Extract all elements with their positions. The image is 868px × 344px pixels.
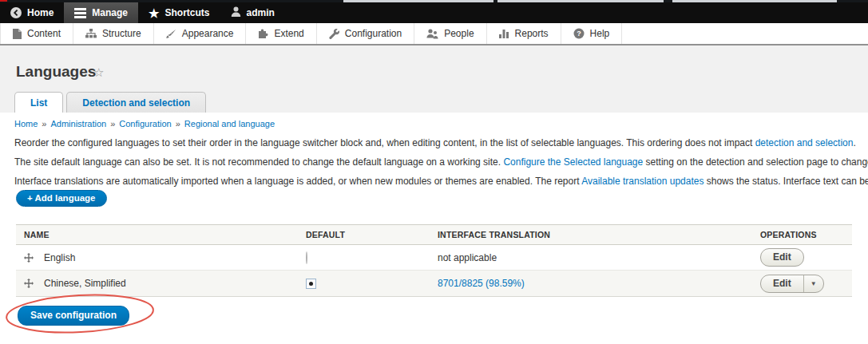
menu-item-label: Configuration (345, 28, 402, 39)
paragraph-text: Interface translations are automatically… (14, 176, 581, 187)
breadcrumb-link-administration[interactable]: Administration (50, 119, 106, 129)
language-name: Chinese, Simplified (44, 278, 126, 289)
table-row-english: English not applicable Edit (16, 245, 852, 271)
toolbar-item-admin[interactable]: admin (220, 2, 285, 23)
translation-status: not applicable (438, 252, 760, 263)
breadcrumb: Home»Administration»Configuration»Region… (14, 119, 275, 129)
menu-item-label: Appearance (182, 28, 234, 39)
user-icon (231, 6, 241, 20)
help-icon: ? (573, 28, 585, 39)
edit-button-label[interactable]: Edit (761, 275, 803, 292)
paragraph-text: setting on the detection and selection p… (643, 156, 868, 168)
breadcrumb-link-configuration[interactable]: Configuration (119, 119, 171, 129)
admin-menu-bar: Content Structure Appearance Extend Conf… (0, 23, 868, 45)
paragraph-text: shows the status. Interface text can be … (704, 176, 868, 187)
breadcrumb-link-home[interactable]: Home (14, 119, 38, 129)
intro-paragraph-ordering: Reorder the configured languages to set … (14, 137, 868, 148)
breadcrumb-separator: » (42, 119, 46, 129)
paintbrush-icon (166, 29, 176, 39)
intro-paragraph-default-language: The site default language can also be se… (14, 156, 868, 168)
red-corner-mark (0, 0, 7, 2)
configure-selected-language-link[interactable]: Configure the Selected language (503, 156, 643, 168)
column-header-default: DEFAULT (294, 230, 438, 239)
toolbar-item-label: Home (27, 7, 54, 18)
toolbar-item-home[interactable]: Home (0, 2, 64, 23)
translation-status-link[interactable]: 8701/8825 (98.59%) (438, 278, 525, 289)
puzzle-icon (258, 29, 268, 39)
breadcrumb-separator: » (176, 119, 180, 129)
save-configuration-button[interactable]: Save configuration (18, 306, 129, 326)
menu-item-people[interactable]: People (414, 23, 486, 44)
available-translation-updates-link[interactable]: Available translation updates (581, 176, 704, 187)
paragraph-text: . (853, 137, 855, 148)
table-header-row: NAME DEFAULT INTERFACE TRANSLATION OPERA… (16, 224, 852, 245)
default-radio-english[interactable] (306, 251, 307, 264)
dropdown-caret-icon[interactable]: ▼ (803, 275, 823, 292)
document-icon (13, 29, 22, 39)
language-name: English (44, 252, 75, 263)
favorite-star-icon[interactable]: ☆ (93, 65, 104, 80)
breadcrumb-link-regional-and-language[interactable]: Regional and language (184, 119, 275, 129)
table-row-chinese-simplified: Chinese, Simplified 8701/8825 (98.59%) E… (16, 271, 852, 297)
drag-handle-icon[interactable] (24, 253, 34, 263)
default-radio-chinese[interactable] (306, 279, 316, 289)
column-header-interface-translation: INTERFACE TRANSLATION (438, 230, 760, 239)
page-title: Languages (16, 63, 96, 81)
add-language-button[interactable]: + Add language (16, 190, 107, 207)
sitemap-icon (85, 29, 97, 39)
toolbar-item-label: Manage (92, 7, 128, 18)
menu-item-help[interactable]: ? Help (561, 23, 623, 44)
edit-button-label: Edit (761, 249, 803, 266)
barchart-icon (499, 29, 509, 39)
toolbar-item-label: Shortcuts (164, 7, 209, 18)
menu-item-content[interactable]: Content (0, 23, 73, 44)
wrench-icon (329, 29, 339, 39)
breadcrumb-separator: » (110, 119, 115, 129)
paragraph-text: The site default language can also be se… (14, 156, 503, 168)
back-circle-icon (10, 7, 22, 18)
menu-item-label: Help (590, 28, 610, 39)
menu-item-label: Structure (102, 28, 141, 39)
svg-text:?: ? (577, 30, 581, 38)
people-icon (426, 29, 438, 39)
menu-item-structure[interactable]: Structure (73, 23, 154, 44)
tab-detection-and-selection[interactable]: Detection and selection (66, 92, 206, 113)
paragraph-text: Reorder the configured languages to set … (14, 137, 755, 148)
menu-item-label: Extend (274, 28, 303, 39)
menu-item-label: People (444, 28, 474, 39)
hamburger-icon (74, 8, 86, 18)
detection-and-selection-link[interactable]: detection and selection (755, 137, 854, 148)
languages-table: NAME DEFAULT INTERFACE TRANSLATION OPERA… (16, 224, 852, 297)
toolbar-item-label: admin (247, 7, 275, 18)
menu-item-label: Reports (515, 28, 549, 39)
intro-paragraph-translations: Interface translations are automatically… (14, 176, 868, 187)
menu-item-appearance[interactable]: Appearance (154, 23, 247, 44)
drupal-languages-page: Home Manage ★ Shortcuts admin Content (0, 0, 868, 344)
drag-handle-icon[interactable] (24, 279, 34, 288)
menu-item-extend[interactable]: Extend (246, 23, 316, 44)
page-header: Languages ☆ List Detection and selection (0, 45, 868, 113)
menu-item-label: Content (27, 28, 61, 39)
menu-item-configuration[interactable]: Configuration (317, 23, 414, 44)
menu-item-reports[interactable]: Reports (487, 23, 561, 44)
star-icon: ★ (149, 7, 159, 19)
edit-button-english[interactable]: Edit (760, 248, 804, 267)
column-header-operations: OPERATIONS (760, 230, 852, 239)
tab-list[interactable]: List (14, 92, 63, 113)
toolbar-item-shortcuts[interactable]: ★ Shortcuts (138, 2, 220, 23)
admin-toolbar: Home Manage ★ Shortcuts admin (0, 2, 868, 23)
column-header-name: NAME (16, 230, 294, 239)
primary-tabs: List Detection and selection (14, 92, 206, 113)
toolbar-item-manage[interactable]: Manage (64, 2, 138, 23)
edit-split-button-chinese: Edit ▼ (760, 275, 824, 293)
